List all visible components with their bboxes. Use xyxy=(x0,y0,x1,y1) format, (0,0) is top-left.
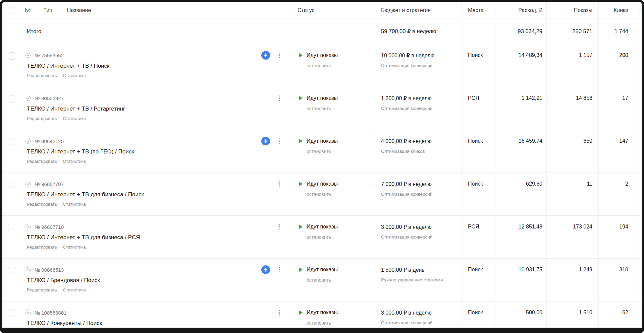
edit-link[interactable]: Редактировать xyxy=(27,330,57,333)
campaigns-table: № Тип Название Статус ↑ Бюджет и стратег… xyxy=(2,2,641,333)
col-header-budget[interactable]: Бюджет и стратегия xyxy=(373,2,462,18)
budget-value: 10 000,00 ₽ в неделю xyxy=(381,52,462,59)
col-header-type: Тип xyxy=(43,7,52,13)
statistics-link[interactable]: Статистика xyxy=(63,73,86,78)
row-menu-button[interactable] xyxy=(277,180,282,188)
edit-link[interactable]: Редактировать xyxy=(27,116,57,121)
row-checkbox[interactable] xyxy=(8,224,15,231)
status-text: Идут показы xyxy=(307,95,338,101)
boost-lightning-icon[interactable] xyxy=(261,265,270,274)
statistics-link[interactable]: Статистика xyxy=(63,202,86,207)
totals-row: Итого 59 700,00 ₽ в неделю 93 034,29 250… xyxy=(2,18,641,44)
stop-link[interactable]: остановить xyxy=(307,63,373,68)
campaign-type-icon xyxy=(25,95,31,102)
clicks-value: 310 xyxy=(598,259,634,301)
row-checkbox[interactable] xyxy=(8,310,15,317)
clicks-value: 200 xyxy=(598,44,634,87)
campaign-name[interactable]: ТЕЛКО / Брендовая / Поиск xyxy=(27,277,283,284)
row-menu-button[interactable] xyxy=(277,94,282,102)
totals-clicks: 1 744 xyxy=(598,18,634,44)
places-value: Поиск xyxy=(462,173,495,215)
stop-link[interactable]: остановить xyxy=(307,320,373,326)
budget-value: 4 000,00 ₽ в неделю xyxy=(381,138,462,144)
campaign-status-cell: Идут показы остановить xyxy=(292,302,373,333)
shows-value: 1 510 xyxy=(546,302,598,333)
edit-link[interactable]: Редактировать xyxy=(27,287,57,292)
col-header-spend[interactable]: Расход, ₽ xyxy=(495,2,546,18)
boost-lightning-icon[interactable] xyxy=(261,137,270,145)
edit-link[interactable]: Редактировать xyxy=(27,159,57,164)
campaign-number: № 80552927 xyxy=(35,95,64,101)
budget-value: 3 000,00 ₽ в неделю xyxy=(381,224,462,230)
campaign-name[interactable]: ТЕЛКО / Интернет + ТВ (по ГЕО) / Поиск xyxy=(27,148,283,155)
clicks-value: 147 xyxy=(598,130,634,173)
row-menu-button[interactable] xyxy=(277,266,282,274)
edit-link[interactable]: Редактировать xyxy=(27,202,57,207)
statistics-link[interactable]: Статистика xyxy=(63,287,86,292)
campaign-name[interactable]: ТЕЛКО / Конкуренты / Поиск xyxy=(27,320,283,327)
stop-link[interactable]: остановить xyxy=(307,106,373,111)
strategy-label: Ручное управление ставками xyxy=(381,277,446,283)
campaign-name[interactable]: ТЕЛКО / Интернет + ТВ для бизнеса / РСЯ xyxy=(27,234,283,241)
campaign-status-cell: Идут показы остановить xyxy=(292,130,373,173)
edit-link[interactable]: Редактировать xyxy=(27,245,57,250)
shows-value: 173 024 xyxy=(546,216,598,258)
status-text: Идут показы xyxy=(307,224,338,230)
campaign-status-cell: Идут показы остановить xyxy=(292,173,373,215)
strategy-label: Оптимизация конверсий xyxy=(381,191,446,198)
col-header-shows[interactable]: Показы xyxy=(546,2,598,18)
budget-value: 7 000,00 ₽ в неделю xyxy=(381,181,462,187)
campaign-row: № 98866513 ТЕЛКО / Брендовая / Поиск Ред… xyxy=(2,259,641,302)
row-checkbox[interactable] xyxy=(8,52,15,60)
play-icon xyxy=(299,310,303,315)
row-menu-button[interactable] xyxy=(277,137,282,145)
statistics-link[interactable]: Статистика xyxy=(63,245,86,250)
row-checkbox[interactable] xyxy=(8,95,15,103)
places-value: РСЯ xyxy=(462,87,495,130)
status-text: Идут показы xyxy=(307,52,338,58)
campaign-number: № 80642125 xyxy=(35,138,64,144)
statistics-link[interactable]: Статистика xyxy=(63,330,86,333)
statistics-link[interactable]: Статистика xyxy=(63,159,86,164)
strategy-label: Оптимизация конверсий xyxy=(381,234,446,241)
campaign-status-cell: Идут показы остановить xyxy=(292,44,373,87)
budget-value: 3 000,00 ₽ в неделю xyxy=(381,310,462,316)
shows-value: 11 xyxy=(546,173,598,215)
edit-link[interactable]: Редактировать xyxy=(27,73,57,78)
stop-link[interactable]: остановить xyxy=(307,192,373,197)
campaign-main-cell: № 80642125 ТЕЛКО / Интернет + ТВ (по ГЕО… xyxy=(20,130,292,173)
campaign-status-cell: Идут показы остановить xyxy=(292,259,373,301)
row-checkbox[interactable] xyxy=(8,138,15,145)
row-menu-button[interactable] xyxy=(277,309,282,317)
play-icon xyxy=(299,182,303,186)
row-checkbox[interactable] xyxy=(8,267,15,274)
statistics-link[interactable]: Статистика xyxy=(63,116,86,121)
campaign-type-icon xyxy=(25,181,31,187)
select-all-checkbox[interactable] xyxy=(8,7,15,14)
campaign-number: № 98866513 xyxy=(35,267,64,273)
campaign-main-cell: № 80552927 ТЕЛКО / Интернет + ТВ / Ретар… xyxy=(20,87,292,130)
boost-lightning-icon[interactable] xyxy=(261,51,270,60)
totals-shows: 250 571 xyxy=(546,18,598,44)
col-header-status[interactable]: Статус ↑ xyxy=(292,2,373,18)
row-menu-button[interactable] xyxy=(277,223,282,231)
row-menu-button[interactable] xyxy=(277,52,282,59)
col-header-clicks[interactable]: Клики xyxy=(598,2,634,18)
campaign-status-cell: Идут показы остановить xyxy=(292,87,373,130)
budget-value: 1 200,00 ₽ в неделю xyxy=(381,95,462,102)
campaign-type-icon xyxy=(25,52,31,59)
stop-link[interactable]: остановить xyxy=(307,235,373,240)
stop-link[interactable]: остановить xyxy=(307,277,373,283)
play-icon xyxy=(299,224,303,229)
spend-value: 16 459,74 xyxy=(495,130,546,173)
stop-link[interactable]: остановить xyxy=(307,149,373,154)
play-icon xyxy=(299,267,303,272)
spend-value: 12 851,48 xyxy=(495,216,546,258)
col-header-places[interactable]: Места xyxy=(462,2,495,18)
campaign-name[interactable]: ТЕЛКО / Интернет + ТВ для бизнеса / Поис… xyxy=(27,191,283,198)
campaign-name[interactable]: ТЕЛКО / Интернет + ТВ / Поиск xyxy=(27,63,283,69)
campaign-name[interactable]: ТЕЛКО / Интернет + ТВ / Ретаргетинг xyxy=(27,106,283,112)
campaign-number: № 75553552 xyxy=(35,53,64,58)
campaign-budget-cell: 3 000,00 ₽ в неделю Оптимизация конверси… xyxy=(373,216,462,258)
row-checkbox[interactable] xyxy=(8,181,15,188)
